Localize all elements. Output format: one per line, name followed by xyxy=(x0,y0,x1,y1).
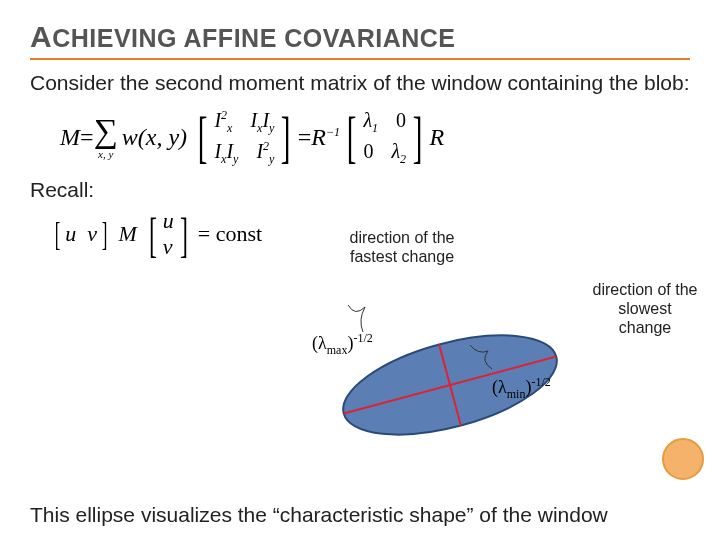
sym-Rinv: R−1 xyxy=(311,124,340,151)
bracket-icon: ] xyxy=(413,111,423,163)
bracket-icon: [ xyxy=(198,111,208,163)
footer-text: This ellipse visualizes the “characteris… xyxy=(30,502,670,528)
sigma-symbol: ∑ xyxy=(94,112,118,150)
matrix-eigenvalues: λ1 0 0 λ2 xyxy=(363,106,406,168)
sym-R: R xyxy=(429,124,444,151)
slow-direction-label: direction of the slowest change xyxy=(590,280,700,338)
bracket-icon: [ xyxy=(149,213,157,256)
intro-text: Consider the second moment matrix of the… xyxy=(30,70,690,96)
decorative-circle-icon xyxy=(662,438,704,480)
title-first-letter: A xyxy=(30,20,52,53)
const-rhs: = const xyxy=(198,221,262,247)
fast-direction-label: direction of the fastest change xyxy=(342,228,462,266)
bracket-icon: ] xyxy=(180,213,188,256)
bracket-icon: [ xyxy=(347,111,357,163)
bracket-icon: ] xyxy=(281,111,291,163)
matrix-gradients: I2x IxIy IxIy I2y xyxy=(214,106,274,168)
recall-label: Recall: xyxy=(30,178,690,202)
brace-icon xyxy=(348,305,365,332)
title-rest: CHIEVING AFFINE COVARIANCE xyxy=(52,24,455,52)
slide-title: ACHIEVING AFFINE COVARIANCE xyxy=(30,20,690,60)
sym-M: M xyxy=(60,124,80,151)
lambda-min-label: (λmin)-1/2 xyxy=(492,375,551,402)
bracket-icon: [ xyxy=(55,219,61,250)
second-moment-equation: M = ∑ x, y w(x, y) [ I2x IxIy IxIy I2y ]… xyxy=(60,106,690,168)
ellipse-svg xyxy=(300,285,600,455)
bracket-icon: ] xyxy=(102,219,108,250)
eq-sign: = xyxy=(298,124,312,151)
eq-sign: = xyxy=(80,124,94,151)
ellipse-diagram: (λmax)-1/2 (λmin)-1/2 xyxy=(300,285,600,445)
sym-M: M xyxy=(118,221,136,247)
weight-fn: w(x, y) xyxy=(122,124,187,151)
lambda-max-label: (λmax)-1/2 xyxy=(312,331,373,358)
slide: ACHIEVING AFFINE COVARIANCE Consider the… xyxy=(0,0,720,540)
